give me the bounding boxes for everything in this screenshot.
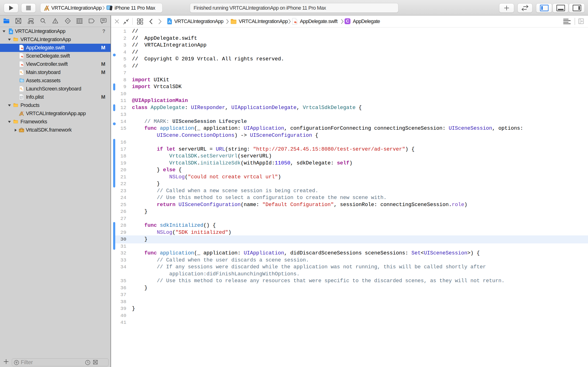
svg-text:PLIST: PLIST — [20, 99, 23, 100]
